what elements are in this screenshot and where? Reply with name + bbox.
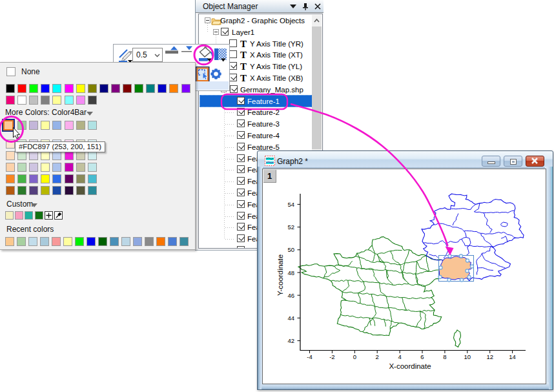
svg-text:54: 54 (287, 201, 294, 208)
svg-text:52: 52 (287, 223, 294, 231)
svg-text:46: 46 (287, 292, 294, 299)
svg-text:Y-coordinate: Y-coordinate (276, 254, 284, 296)
svg-text:10: 10 (464, 353, 471, 360)
svg-text:8: 8 (443, 353, 446, 360)
svg-text:4: 4 (398, 353, 401, 360)
svg-text:14: 14 (509, 353, 516, 360)
svg-text:2: 2 (376, 353, 379, 360)
svg-text:12: 12 (486, 353, 493, 360)
svg-text:-2: -2 (329, 353, 334, 360)
svg-text:0: 0 (353, 353, 356, 360)
svg-text:-4: -4 (307, 353, 312, 360)
svg-text:50: 50 (287, 246, 294, 253)
svg-text:X-coordinate: X-coordinate (389, 362, 431, 370)
svg-text:48: 48 (287, 269, 294, 276)
svg-text:44: 44 (287, 315, 294, 322)
svg-text:6: 6 (420, 353, 424, 360)
svg-text:42: 42 (287, 337, 294, 344)
